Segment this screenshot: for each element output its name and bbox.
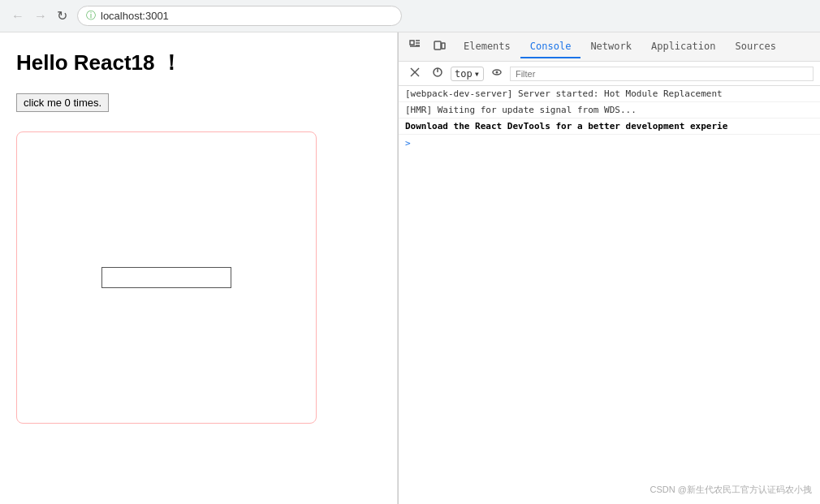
devtools-console: [webpack-dev-server] Server started: Hot… (399, 86, 820, 504)
svg-rect-5 (434, 41, 441, 50)
tab-application[interactable]: Application (641, 36, 725, 58)
devtools-left-icons (404, 36, 451, 58)
context-label: top (455, 68, 473, 80)
devtools-console-toolbar: top ▾ (399, 62, 820, 86)
svg-point-12 (495, 71, 498, 74)
inspect-icon-button[interactable] (404, 36, 426, 58)
pink-box (16, 131, 317, 424)
chevron-down-icon: ▾ (474, 68, 480, 80)
page-title: Hello React18 ！ (16, 49, 381, 77)
url-text: localhost:3001 (101, 10, 169, 22)
console-line: [HMR] Waiting for update signal from WDS… (399, 102, 820, 118)
click-me-button[interactable]: click me 0 times. (16, 93, 109, 112)
webpage: Hello React18 ！ click me 0 times. (0, 32, 398, 504)
console-line: [webpack-dev-server] Server started: Hot… (399, 86, 820, 102)
clear-console-button[interactable] (405, 65, 425, 82)
watermark: CSDN @新生代农民工官方认证码农小拽 (650, 484, 812, 496)
forward-button[interactable]: → (31, 6, 50, 25)
svg-rect-0 (410, 41, 414, 45)
browser-toolbar: ← → ↻ ⓘ localhost:3001 (0, 0, 820, 32)
lock-icon: ⓘ (86, 9, 96, 23)
filter-input[interactable] (510, 67, 814, 81)
console-line: Download the React DevTools for a better… (399, 118, 820, 135)
reload-button[interactable]: ↻ (54, 6, 71, 25)
tab-elements[interactable]: Elements (454, 36, 520, 58)
tab-sources[interactable]: Sources (725, 36, 786, 58)
svg-rect-6 (442, 43, 445, 49)
device-toolbar-button[interactable] (428, 36, 451, 58)
console-prompt[interactable]: > (399, 135, 820, 152)
tab-network[interactable]: Network (580, 36, 641, 58)
nav-buttons: ← → ↻ (8, 6, 71, 25)
main-area: Hello React18 ！ click me 0 times. (0, 32, 820, 504)
devtools-panel: Elements Console Network Application Sou… (398, 32, 820, 504)
tab-console[interactable]: Console (520, 36, 581, 58)
inner-input[interactable] (101, 267, 231, 288)
eye-icon-button[interactable] (487, 65, 507, 82)
filter-toggle-button[interactable] (428, 65, 447, 82)
address-bar[interactable]: ⓘ localhost:3001 (77, 6, 402, 26)
browser-chrome: ← → ↻ ⓘ localhost:3001 Hello React18 ！ c… (0, 0, 820, 504)
context-selector[interactable]: top ▾ (451, 67, 484, 81)
devtools-tabs: Elements Console Network Application Sou… (399, 32, 820, 62)
back-button[interactable]: ← (8, 6, 28, 25)
